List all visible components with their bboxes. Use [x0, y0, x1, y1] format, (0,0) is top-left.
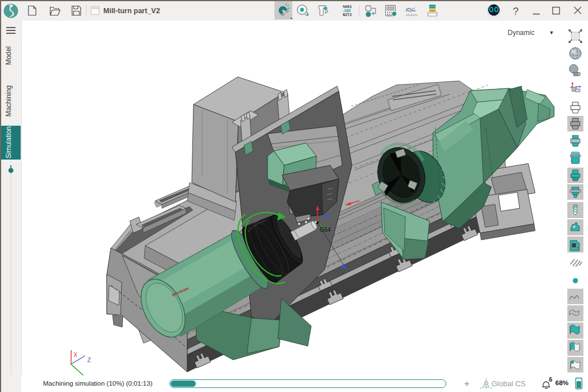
svg-text:Z: Z — [87, 357, 91, 363]
svg-text:X: X — [74, 352, 78, 358]
svg-text:G54: G54 — [320, 227, 331, 233]
